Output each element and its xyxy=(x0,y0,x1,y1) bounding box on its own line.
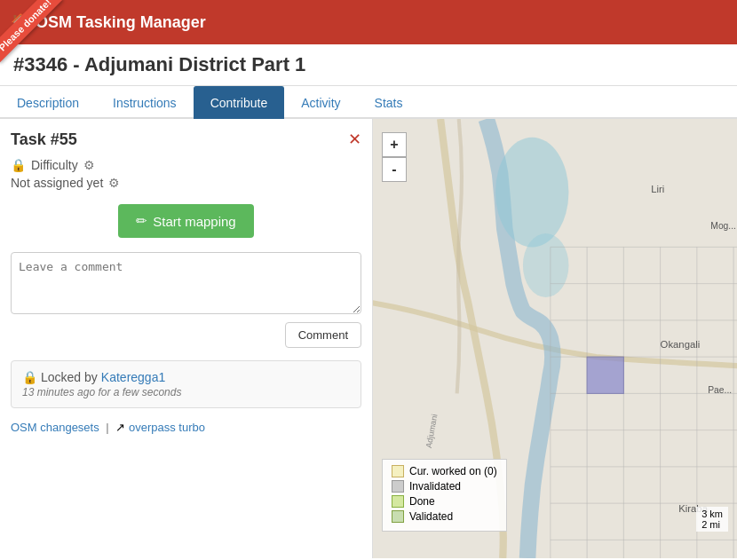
comment-textarea[interactable] xyxy=(11,252,361,314)
lock-icon: 🔒 xyxy=(11,158,26,172)
difficulty-row: 🔒 Difficulty ⚙ xyxy=(11,158,361,172)
task-title: Task #55 xyxy=(11,130,77,149)
legend-item-validated: Validated xyxy=(392,510,497,523)
legend-label-done: Done xyxy=(409,495,435,508)
legend-item-invalidated: Invalidated xyxy=(392,480,497,493)
left-panel: Task #55 ✕ 🔒 Difficulty ⚙ Not assigned y… xyxy=(0,119,373,558)
locked-by-row: 🔒 Locked by Kateregga1 xyxy=(22,370,350,384)
legend-label-invalidated: Invalidated xyxy=(409,480,461,493)
tab-instructions[interactable]: Instructions xyxy=(96,86,194,119)
legend-label-validated: Validated xyxy=(409,510,453,523)
map-scale: 3 km 2 mi xyxy=(696,507,728,532)
scale-km: 3 km xyxy=(701,509,723,519)
svg-text:Okangali: Okangali xyxy=(661,339,701,350)
svg-point-1 xyxy=(495,138,569,248)
tab-activity[interactable]: Activity xyxy=(284,86,357,119)
assign-gear-icon[interactable]: ⚙ xyxy=(108,176,120,190)
overpass-turbo-icon: ↗ xyxy=(115,421,125,434)
zoom-out-button[interactable]: - xyxy=(382,157,407,182)
zoom-in-button[interactable]: + xyxy=(382,132,407,157)
legend-color-validated xyxy=(392,510,404,523)
svg-rect-18 xyxy=(587,357,623,393)
legend-item-current: Cur. worked on (0) xyxy=(392,465,497,477)
page-title: #3346 - Adjumani District Part 1 xyxy=(13,53,724,76)
footer-links: OSM changesets | ↗ overpass turbo xyxy=(11,421,361,434)
zoom-controls: + - xyxy=(382,132,407,182)
main-content: Task #55 ✕ 🔒 Difficulty ⚙ Not assigned y… xyxy=(0,119,737,558)
difficulty-label: Difficulty xyxy=(31,158,78,172)
navbar-brand[interactable]: 🏠 OSM Tasking Manager xyxy=(11,12,206,32)
comment-button[interactable]: Comment xyxy=(285,322,361,348)
map-area[interactable]: Liri Mog... Okangali Pae... Kiraba Adjum… xyxy=(373,119,737,558)
start-mapping-icon: ✏ xyxy=(136,213,147,229)
gear-icon[interactable]: ⚙ xyxy=(83,158,95,172)
close-button[interactable]: ✕ xyxy=(348,130,361,149)
tab-description[interactable]: Description xyxy=(0,86,96,119)
link-separator: | xyxy=(106,421,108,434)
legend-color-current xyxy=(392,465,404,477)
overpass-turbo-link[interactable]: overpass turbo xyxy=(129,421,205,434)
map-legend: Cur. worked on (0) Invalidated Done Vali… xyxy=(382,459,507,532)
not-assigned-label: Not assigned yet xyxy=(11,176,103,190)
navbar: Please donate! 🏠 OSM Tasking Manager xyxy=(0,0,737,44)
osm-changesets-link[interactable]: OSM changesets xyxy=(11,421,99,434)
locked-by-user-link[interactable]: Kateregga1 xyxy=(101,370,165,384)
start-mapping-label: Start mapping xyxy=(153,214,235,229)
locked-by-prefix: Locked by xyxy=(41,370,98,384)
not-assigned-row: Not assigned yet ⚙ xyxy=(11,176,361,190)
tab-contribute[interactable]: Contribute xyxy=(194,86,285,119)
tabs: Description Instructions Contribute Acti… xyxy=(0,86,737,119)
legend-color-invalidated xyxy=(392,480,404,493)
svg-text:Pae...: Pae... xyxy=(708,385,732,395)
lock-indicator-icon: 🔒 xyxy=(22,370,37,384)
legend-item-done: Done xyxy=(392,495,497,508)
svg-text:Liri: Liri xyxy=(651,184,664,194)
locked-time: 13 minutes ago for a few seconds xyxy=(22,386,350,398)
tab-stats[interactable]: Stats xyxy=(358,86,420,119)
home-icon: 🏠 xyxy=(11,12,30,32)
svg-text:Mog...: Mog... xyxy=(710,221,736,231)
legend-label-current: Cur. worked on (0) xyxy=(409,465,497,477)
locked-box: 🔒 Locked by Kateregga1 13 minutes ago fo… xyxy=(11,360,361,408)
legend-color-done xyxy=(392,495,404,508)
scale-mi: 2 mi xyxy=(701,519,723,530)
navbar-brand-label: OSM Tasking Manager xyxy=(36,13,206,32)
svg-point-2 xyxy=(523,233,569,297)
task-header: Task #55 ✕ xyxy=(11,130,361,149)
start-mapping-button[interactable]: ✏ Start mapping xyxy=(118,204,253,238)
page-title-bar: #3346 - Adjumani District Part 1 xyxy=(0,44,737,86)
